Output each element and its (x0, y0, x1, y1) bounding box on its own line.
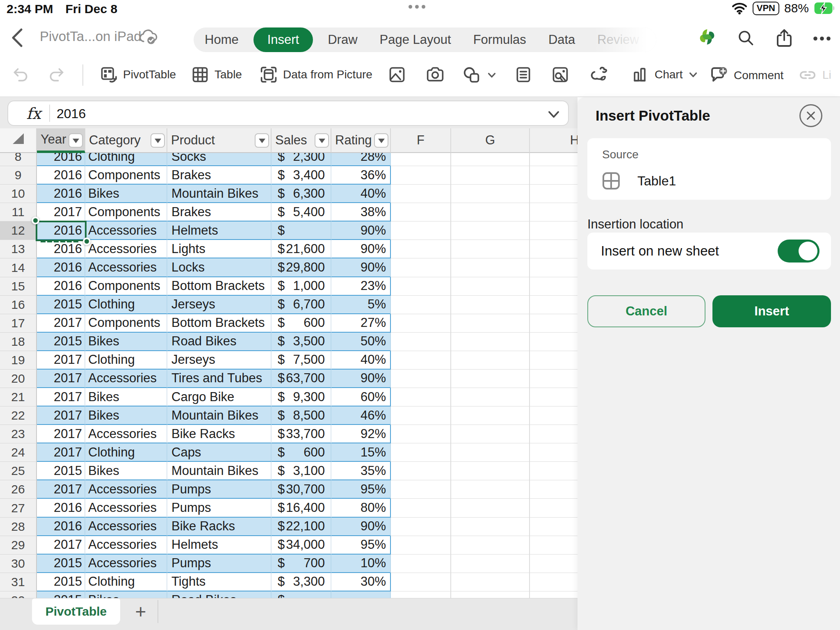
cell-sales[interactable]: $ (272, 221, 331, 240)
row-header[interactable]: 29 (0, 536, 37, 555)
cell-f[interactable] (391, 480, 451, 499)
camera-button[interactable] (426, 66, 444, 84)
cell-g[interactable] (451, 573, 530, 591)
cell-h[interactable] (530, 573, 578, 591)
cell-g[interactable] (451, 258, 530, 277)
cell-f[interactable] (391, 499, 451, 517)
insert-on-new-sheet-toggle[interactable] (778, 240, 819, 262)
cell-h[interactable] (530, 518, 578, 536)
cell-sales[interactable]: $600 (272, 314, 331, 333)
data-from-picture-button[interactable]: Data from Picture (260, 66, 372, 84)
row-header[interactable]: 15 (0, 277, 37, 296)
close-panel-button[interactable] (799, 104, 822, 127)
picture-search-button[interactable] (551, 66, 569, 84)
cell-h[interactable] (530, 406, 578, 425)
cell-product[interactable]: Brakes (167, 166, 272, 185)
cell-f[interactable] (391, 462, 451, 480)
insert-picture-button[interactable] (388, 66, 406, 84)
cell-rating[interactable]: 46% (331, 406, 391, 425)
cell-sales[interactable]: $33,700 (272, 425, 331, 443)
cell-f[interactable] (391, 185, 451, 203)
sheet-tab-pivottable[interactable]: PivotTable (32, 598, 120, 625)
cell-product[interactable]: Pumps (167, 555, 272, 573)
row-header[interactable]: 20 (0, 370, 37, 388)
cell-rating[interactable] (331, 591, 391, 598)
cell-h[interactable] (530, 555, 578, 573)
comment-button[interactable]: Comment (709, 66, 783, 85)
cell-f[interactable] (391, 573, 451, 591)
cell-rating[interactable]: 36% (331, 166, 391, 185)
cell-product[interactable]: Brakes (167, 203, 272, 221)
cell-year[interactable]: 2016 (37, 185, 85, 203)
cell-rating[interactable]: 40% (331, 351, 391, 370)
cell-h[interactable] (530, 277, 578, 296)
cell-category[interactable]: Clothing (85, 443, 167, 462)
cancel-button[interactable]: Cancel (587, 295, 705, 327)
cell-h[interactable] (530, 480, 578, 499)
cell-rating[interactable]: 23% (331, 277, 391, 296)
cell-category[interactable]: Clothing (85, 296, 167, 314)
cell-year[interactable]: 2017 (37, 443, 85, 462)
cell-sales[interactable]: $21,600 (272, 240, 331, 258)
cell-rating[interactable]: 90% (331, 240, 391, 258)
cell-rating[interactable]: 35% (331, 462, 391, 480)
formula-bar[interactable]: fx 2016 (7, 100, 569, 126)
cell-year[interactable]: 2015 (37, 296, 85, 314)
cell-f[interactable] (391, 443, 451, 462)
cell-product[interactable]: Bottom Brackets (167, 314, 272, 333)
ribbon-tab-formulas[interactable]: Formulas (462, 32, 537, 47)
cell-category[interactable]: Components (85, 203, 167, 221)
cell-f[interactable] (391, 370, 451, 388)
cell-product[interactable]: Helmets (167, 221, 272, 240)
source-card[interactable]: Source Table1 (587, 138, 831, 200)
cell-year[interactable]: 2017 (37, 203, 85, 221)
cell-year[interactable]: 2015 (37, 573, 85, 591)
filter-button-year[interactable] (68, 133, 83, 148)
cell-sales[interactable]: $7,500 (272, 351, 331, 370)
cell-g[interactable] (451, 221, 530, 240)
cell-year[interactable]: 2017 (37, 314, 85, 333)
cell-sales[interactable]: $22,100 (272, 518, 331, 536)
column-header-rating[interactable]: Rating (331, 128, 391, 153)
chart-button[interactable]: Chart (631, 66, 698, 84)
cell-rating[interactable]: 27% (331, 314, 391, 333)
cell-year[interactable]: 2017 (37, 480, 85, 499)
link-button[interactable]: Li (798, 66, 831, 84)
cell-f[interactable] (391, 203, 451, 221)
cell-g[interactable] (451, 277, 530, 296)
cell-g[interactable] (451, 333, 530, 351)
cell-year[interactable]: 2017 (37, 388, 85, 406)
cell-rating[interactable]: 95% (331, 480, 391, 499)
cell-sales[interactable]: $29,800 (272, 258, 331, 277)
cell-h[interactable] (530, 591, 578, 598)
row-header[interactable]: 16 (0, 296, 37, 314)
cell-f[interactable] (391, 314, 451, 333)
selected-cell-outline[interactable] (36, 221, 87, 241)
cell-category[interactable]: Accessories (85, 240, 167, 258)
document-title[interactable]: PivotTa...on iPad (40, 29, 142, 44)
cell-rating[interactable]: 90% (331, 370, 391, 388)
ribbon-tab-review[interactable]: Review (586, 32, 650, 47)
cell-product[interactable]: Mountain Bikes (167, 185, 272, 203)
cell-category[interactable]: Bikes (85, 591, 167, 598)
cell-g[interactable] (451, 203, 530, 221)
cell-product[interactable]: Locks (167, 258, 272, 277)
row-header[interactable]: 25 (0, 462, 37, 480)
cell-category[interactable]: Accessories (85, 480, 167, 499)
cell-g[interactable] (451, 351, 530, 370)
cell-g[interactable] (451, 518, 530, 536)
cell-h[interactable] (530, 370, 578, 388)
cell-sales[interactable]: $34,000 (272, 536, 331, 555)
cell-h[interactable] (530, 388, 578, 406)
ribbon-tab-home[interactable]: Home (194, 32, 250, 47)
selection-handle-bottom-right[interactable] (83, 237, 91, 245)
cell-product[interactable]: Helmets (167, 536, 272, 555)
multitask-indicator-icon[interactable] (409, 5, 425, 9)
cell-f[interactable] (391, 518, 451, 536)
more-menu-icon[interactable] (812, 35, 832, 42)
cell-sales[interactable]: $6,300 (272, 185, 331, 203)
cell-rating[interactable]: 90% (331, 221, 391, 240)
cell-rating[interactable]: 90% (331, 518, 391, 536)
cell-g[interactable] (451, 443, 530, 462)
cell-g[interactable] (451, 462, 530, 480)
